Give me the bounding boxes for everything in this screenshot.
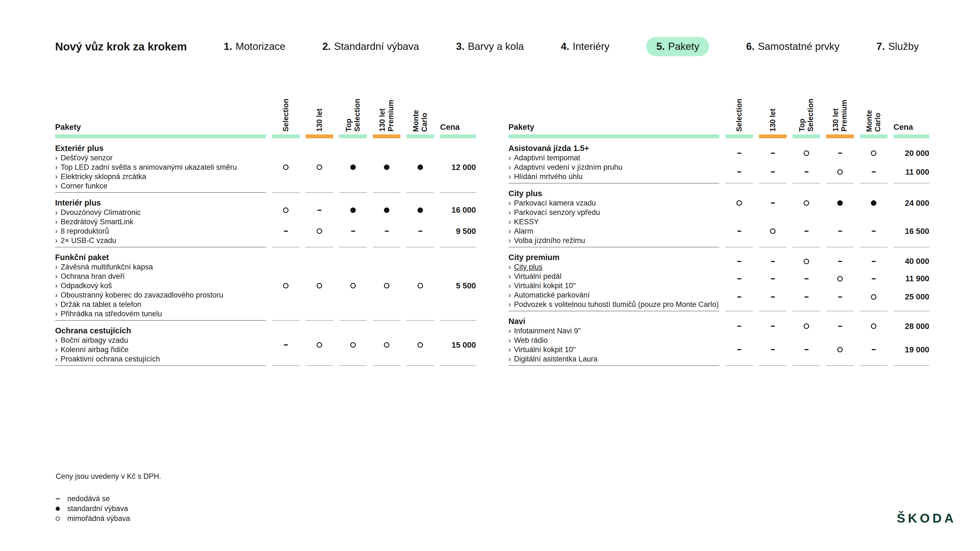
package-info-cell: Ochrana cestujících Boční airbagy vzaduK… [55,321,266,366]
trim-label: Top Selection [798,98,815,132]
feature-list: Dvouzónový ClimatronicBezdrátový SmartLi… [55,208,266,245]
feature-list: Infotainment Navi 9"Web rádioVirtuální k… [509,326,719,364]
trim-marks-cell [826,138,854,184]
availability-mark [792,149,820,158]
mark-symbol [417,342,423,348]
feature-list: Parkovací kamera vzaduParkovací senzory … [509,198,719,245]
trim-marks-cell [373,193,401,248]
column-header-label: Pakety [55,122,266,135]
column-header-pakety: Pakety [509,91,719,138]
mark-symbol [350,283,356,289]
trim-marks-cell [725,138,753,184]
mark-symbol [737,200,742,206]
feature-item: Volba jízdního režimu [509,236,719,245]
mark-symbol [283,283,288,289]
availability-mark [826,149,854,158]
column-underline-bar [759,135,786,138]
trim-marks-cell [792,138,820,184]
trim-label: 130 let Premium [378,100,395,132]
feature-item: Virtuální kokpit 10" [509,281,719,291]
step-nav-item-2[interactable]: 2. Standardní výbava [323,37,419,56]
feature-item: Dešťový senzor [55,153,266,162]
trim-label: Selection [735,98,743,132]
availability-mark [792,167,820,176]
feature-text: Volba jízdního režimu [514,237,585,245]
feature-text: Odpadkový koš [60,281,112,290]
step-nav-item-4[interactable]: 4. Interiéry [561,37,609,56]
availability-mark [759,321,786,331]
step-nav-item-7[interactable]: 7. Služby [877,37,919,56]
feature-item: 2× USB-C vzadu [55,236,266,245]
price-value: 9 500 [440,227,476,236]
feature-item: Ochrana hran dveří [55,272,266,281]
trim-column-header: Monte Carlo [407,91,434,138]
feature-text: Parkovací senzory vpředu [514,208,600,216]
availability-mark [860,274,888,284]
trim-marks-cell [725,248,753,311]
feature-text: Adaptivní tempomat [514,154,580,162]
mark-symbol [283,165,288,170]
trim-marks-cell [826,248,854,311]
step-label: Samostatné prvky [758,41,840,52]
price-cell: 40 00011 90025 000 [894,248,929,311]
feature-text: Závěsná multifunkční kapsa [60,263,153,271]
mark-symbol [837,276,843,281]
legend-entry: mimořádná výbava [56,513,161,524]
price-value: 16 500 [894,227,929,236]
step-nav-item-6[interactable]: 6. Samostatné prvky [746,37,840,56]
column-underline-bar [860,135,888,138]
column-header-label: Pakety [509,122,719,135]
step-nav-item-1[interactable]: 1. Motorizace [224,37,285,56]
trim-column-header: 130 let [305,91,333,138]
trim-marks-cell [305,321,333,366]
trim-column-header: Top Selection [339,91,367,138]
trim-column-header: Top Selection [792,91,820,138]
package-title: Exteriér plus [55,143,266,153]
feature-item: 8 reproduktorů [55,227,266,236]
availability-mark [305,162,333,172]
feature-text: Boční airbagy vzadu [60,336,128,345]
availability-mark [272,281,299,291]
availability-mark [272,227,299,236]
legend-label: mimořádná výbava [67,514,130,523]
package-section: City plus Parkovací kamera vzaduParkovac… [509,184,929,248]
price-cell: 5 500 [440,248,476,321]
feature-list: Boční airbagy vzaduKolenní airbag řidiče… [55,335,266,364]
availability-mark [826,198,854,208]
trim-marks-cell [826,311,854,366]
availability-mark [305,205,333,215]
feature-link[interactable]: City plus [509,262,719,272]
trim-column-header: Monte Carlo [860,91,888,138]
mark-symbol [871,294,877,300]
package-info-cell: Funkční paket Závěsná multifunkční kapsa… [55,248,266,321]
legend: nedodává se standardní výbava mimořádná … [56,494,161,524]
trim-marks-cell [339,193,367,248]
availability-mark [860,321,888,331]
feature-text: Přihrádka na středovém tunelu [60,310,162,318]
table-body: Exteriér plus Dešťový senzorTop LED zadn… [55,138,476,366]
step-nav-item-3[interactable]: 3. Barvy a kola [456,37,524,56]
mark-symbol [803,151,809,156]
trim-marks-cell [792,311,820,366]
mark-symbol [350,165,356,170]
mark-symbol [737,261,741,262]
feature-item: Virtuální kokpit 10" [509,345,719,354]
mark-symbol [351,230,355,232]
step-nav-item-5[interactable]: 5. Pakety [646,37,709,56]
availability-mark [860,198,888,208]
step-number: 5. [656,41,665,52]
package-title: City premium [509,252,719,262]
feature-text: Parkovací kamera vzadu [514,199,596,207]
legend-symbol [56,499,67,499]
availability-mark [759,167,786,176]
column-header-cena: Cena [894,91,929,138]
feature-item: Parkovací kamera vzadu [509,198,719,208]
trim-column-header: Selection [272,91,299,138]
package-title: Ochrana cestujících [55,326,266,335]
availability-mark [407,227,434,236]
mark-symbol [737,326,741,327]
mark-symbol [805,230,808,232]
step-label: Standardní výbava [334,41,419,52]
price-note: Ceny jsou uvedeny v Kč s DPH. [56,472,161,481]
feature-text: 2× USB-C vzadu [60,237,116,245]
